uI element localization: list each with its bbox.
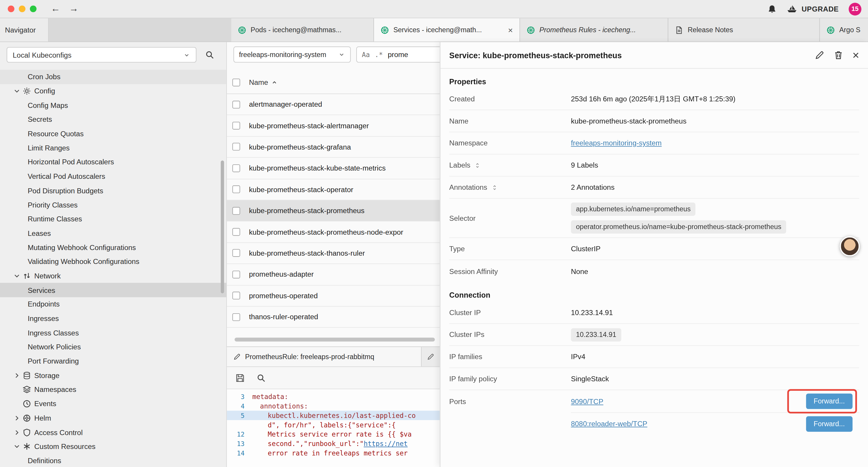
row-checkbox[interactable] [232,249,240,257]
sidebar-item-port-forwarding[interactable]: Port Forwarding [0,354,226,368]
sidebar-item-horizontal-pod-autoscalers[interactable]: Horizontal Pod Autoscalers [0,155,226,169]
service-row-kube-prometheus-stack-kube-state-metrics[interactable]: kube-prometheus-stack-kube-state-metrics [227,158,440,179]
select-all-checkbox[interactable] [232,78,240,86]
notification-count-badge[interactable]: 15 [849,2,862,15]
sidebar-item-pod-disruption-budgets[interactable]: Pod Disruption Budgets [0,183,226,198]
sidebar-item-label: Events [34,400,56,408]
row-checkbox[interactable] [232,270,240,278]
tab-strip: Pods - icecheng@mathmas...Services - ice… [231,18,868,42]
kubeconfig-select[interactable]: Local Kubeconfigs [6,47,196,62]
service-row-kube-prometheus-stack-prometheus-node-expor[interactable]: kube-prometheus-stack-prometheus-node-ex… [227,222,440,243]
row-checkbox[interactable] [232,313,240,321]
forward-button[interactable]: Forward... [806,393,852,409]
row-checkbox[interactable] [232,100,240,108]
row-checkbox[interactable] [232,228,240,236]
tab-services-icecheng-math[interactable]: Services - icecheng@math...× [374,18,520,42]
row-checkbox[interactable] [232,122,240,129]
row-checkbox[interactable] [232,185,240,193]
sidebar-item-network[interactable]: Network [0,269,226,283]
editor-line[interactable]: d", for/hr", labels:{"service":{ [227,420,440,430]
sidebar-item-storage[interactable]: Storage [0,368,226,382]
sidebar-item-helm[interactable]: Helm [0,411,226,425]
sidebar-item-definitions[interactable]: Definitions [0,454,226,467]
minimize-window-button[interactable] [19,6,25,12]
editor-line[interactable]: 14error rate in freeleaps metrics ser [227,448,440,458]
tab-argo-s[interactable]: Argo S [820,18,868,42]
horizontal-scrollbar[interactable] [235,338,435,341]
namespace-select[interactable]: freeleaps-monitoring-system [234,47,351,62]
sidebar-item-validating-webhook-configurations[interactable]: Validating Webhook Configurations [0,255,226,269]
sidebar-item-resource-quotas[interactable]: Resource Quotas [0,126,226,141]
sidebar-item-cron-jobs[interactable]: Cron Jobs [0,70,226,84]
service-row-prometheus-adapter[interactable]: prometheus-adapter [227,264,440,285]
sidebar-search-icon[interactable] [205,50,214,59]
sidebar-item-ingresses[interactable]: Ingresses [0,312,226,326]
services-table: alertmanager-operatedkube-prometheus-sta… [227,94,440,328]
column-header-name[interactable]: Name [249,78,278,86]
service-row-kube-prometheus-stack-operator[interactable]: kube-prometheus-stack-operator [227,179,440,200]
detail-row-session-affinity: Session AffinityNone [450,260,860,282]
row-checkbox[interactable] [232,143,240,151]
notifications-bell-icon[interactable] [767,4,777,13]
sidebar-item-config[interactable]: Config [0,84,226,98]
sidebar-item-mutating-webhook-configurations[interactable]: Mutating Webhook Configurations [0,240,226,255]
tab-close-icon[interactable]: × [505,25,513,35]
editor-line[interactable]: 13second.","runbook_url":"https://net [227,439,440,448]
service-row-kube-prometheus-stack-prometheus[interactable]: kube-prometheus-stack-prometheus [227,200,440,222]
service-row-prometheus-operated[interactable]: prometheus-operated [227,285,440,307]
tab-prometheus-rules-icecheng[interactable]: Prometheus Rules - icecheng... [520,18,668,42]
tab-release-notes[interactable]: Release Notes [668,18,820,42]
edit-resource-icon[interactable] [815,50,824,60]
regex-toggle[interactable]: .* [375,51,383,58]
tab-label: Services - icecheng@math... [393,26,482,34]
row-checkbox[interactable] [232,292,240,299]
sidebar-item-namespaces[interactable]: Namespaces [0,382,226,397]
save-icon[interactable] [236,373,245,382]
sidebar-item-secrets[interactable]: Secrets [0,112,226,126]
dock-tab-partial[interactable] [422,347,440,367]
port-link[interactable]: 8080:reloader-web/TCP [571,419,647,428]
editor-line[interactable]: 3metadata: [227,392,440,401]
sidebar-item-priority-classes[interactable]: Priority Classes [0,198,226,212]
row-checkbox[interactable] [232,207,240,214]
sidebar-item-vertical-pod-autoscalers[interactable]: Vertical Pod Autoscalers [0,169,226,183]
service-row-alertmanager-operated[interactable]: alertmanager-operated [227,94,440,115]
sidebar-item-ingress-classes[interactable]: Ingress Classes [0,326,226,340]
forward-nav-button[interactable]: → [69,3,79,14]
upgrade-button[interactable]: UPGRADE [787,4,839,13]
editor-line[interactable]: 4annotations: [227,401,440,411]
zoom-window-button[interactable] [30,6,36,12]
close-window-button[interactable] [8,6,14,12]
sidebar-item-limit-ranges[interactable]: Limit Ranges [0,141,226,155]
editor-line[interactable]: 5kubectl.kubernetes.io/last-applied-co [227,411,440,420]
delete-resource-icon[interactable] [834,50,843,60]
sidebar-item-endpoints[interactable]: Endpoints [0,297,226,312]
tab-pods-icecheng-mathmas[interactable]: Pods - icecheng@mathmas... [231,18,374,42]
sidebar-scrollbar[interactable] [221,160,224,293]
user-avatar[interactable] [840,236,860,256]
yaml-editor[interactable]: 3metadata:4annotations:5kubectl.kubernet… [227,389,440,467]
port-link[interactable]: 9090/TCP [571,397,603,406]
search-input[interactable]: Aa .* prome [356,47,440,62]
service-row-kube-prometheus-stack-alertmanager[interactable]: kube-prometheus-stack-alertmanager [227,115,440,137]
sidebar-item-config-maps[interactable]: Config Maps [0,98,226,112]
service-row-kube-prometheus-stack-grafana[interactable]: kube-prometheus-stack-grafana [227,137,440,158]
close-panel-icon[interactable]: × [852,49,859,61]
sidebar-item-services[interactable]: Services [0,283,226,297]
sidebar-item-runtime-classes[interactable]: Runtime Classes [0,212,226,226]
sidebar-item-access-control[interactable]: Access Control [0,425,226,439]
sidebar-item-network-policies[interactable]: Network Policies [0,340,226,354]
forward-button[interactable]: Forward... [806,416,852,431]
sidebar-item-custom-resources[interactable]: Custom Resources [0,439,226,454]
detail-value-link[interactable]: freeleaps-monitoring-system [571,139,662,147]
dock-tab-prometheusrule[interactable]: PrometheusRule: freeleaps-prod-rabbitmq [227,347,422,367]
editor-search-icon[interactable] [257,373,266,382]
service-row-kube-prometheus-stack-thanos-ruler[interactable]: kube-prometheus-stack-thanos-ruler [227,243,440,264]
back-button[interactable]: ← [51,3,60,14]
match-case-toggle[interactable]: Aa [362,51,370,58]
service-row-thanos-ruler-operated[interactable]: thanos-ruler-operated [227,307,440,328]
row-checkbox[interactable] [232,164,240,172]
sidebar-item-leases[interactable]: Leases [0,226,226,240]
sidebar-item-events[interactable]: Events [0,397,226,411]
editor-line[interactable]: 12Metrics service error rate is {{ $va [227,430,440,439]
